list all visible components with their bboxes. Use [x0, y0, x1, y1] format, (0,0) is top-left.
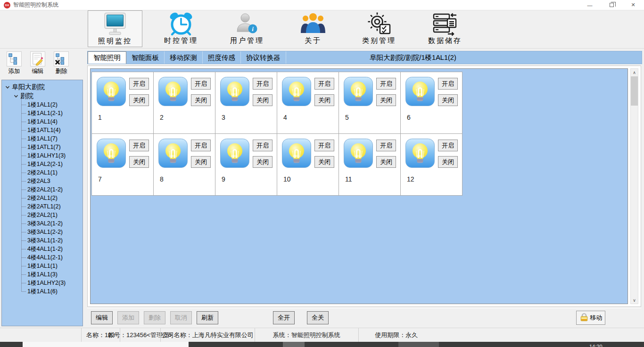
tab[interactable]: 协议转换器 [241, 51, 286, 64]
light-on-button[interactable]: 开启 [438, 78, 458, 90]
tree-add-button[interactable]: 添加 [4, 51, 25, 75]
nav-schedule-management[interactable]: 时控管理 [154, 10, 208, 47]
tree-node-theater[interactable]: 阜阳大剧院 [2, 83, 83, 91]
taskbar-app-button[interactable] [23, 342, 189, 347]
tree-delete-button[interactable]: 删除 [51, 51, 72, 75]
tree-item[interactable]: 2楼2AL3 [2, 177, 83, 185]
taskbar-segment[interactable] [283, 342, 305, 347]
light-on-button[interactable]: 开启 [253, 140, 272, 151]
tree-item[interactable]: 1楼1ALHY2(3) [2, 279, 83, 287]
light-tile: 开启 关闭 1 [92, 72, 154, 134]
tree-item[interactable]: 2楼2AL2(1-2) [2, 185, 83, 194]
close-icon[interactable]: ✕ [622, 0, 644, 10]
light-off-button[interactable]: 关闭 [376, 156, 396, 168]
statusbar-item: 系统：智能照明控制系统 [255, 328, 358, 342]
light-bulb-icon [405, 139, 435, 170]
tree-item[interactable]: 1楼1AL1(3) [2, 270, 83, 279]
tree-item[interactable]: 1楼1AL1(4) [2, 117, 83, 126]
move-lock-button[interactable]: 移动 [576, 311, 605, 325]
tree-item[interactable]: 2楼2AL1(2) [2, 194, 83, 202]
light-off-button[interactable]: 关闭 [191, 156, 211, 168]
light-number: 9 [222, 175, 225, 183]
light-on-button[interactable]: 开启 [376, 140, 396, 151]
toolbar-button[interactable]: 删除 [144, 311, 165, 324]
tree-item[interactable]: 1楼1ATL1(4) [2, 126, 83, 134]
tree-delete-label: 删除 [56, 67, 67, 75]
tree-item[interactable]: 4楼4AL1(2-1) [2, 253, 83, 262]
light-off-button[interactable]: 关闭 [438, 94, 458, 106]
content-panel: 开启 关闭 1 [87, 66, 641, 307]
light-on-button[interactable]: 开启 [129, 78, 149, 90]
tree-item[interactable]: 1楼1AL1(7) [2, 134, 83, 143]
toolbar-button[interactable]: 刷新 [197, 311, 218, 324]
light-off-button[interactable]: 关闭 [129, 156, 149, 168]
tab[interactable]: 智能面板 [126, 51, 165, 64]
window-title: 智能照明控制系统 [13, 1, 58, 9]
tree-item[interactable]: 4楼4AL1(1-2) [2, 245, 83, 253]
light-off-button[interactable]: 关闭 [314, 94, 334, 106]
user-info-icon: i [234, 12, 260, 36]
light-off-button[interactable]: 关闭 [376, 94, 396, 106]
nav-about[interactable]: 关于 [286, 10, 340, 47]
tree-item[interactable]: 1楼1ATL1(7) [2, 143, 83, 151]
light-number: 6 [407, 114, 411, 121]
app-logo-icon: DX [4, 2, 10, 8]
tab[interactable]: 照度传感 [203, 51, 241, 64]
tab[interactable]: 移动探测 [165, 51, 203, 64]
tree-item[interactable]: 3楼3AL1(2-2) [2, 228, 83, 236]
alarm-clock-icon [168, 12, 194, 36]
scrollbar-thumb[interactable] [631, 76, 638, 106]
tree-item[interactable]: 1楼1AL1(2) [2, 100, 83, 109]
vertical-scrollbar[interactable]: ∧ ∨ [630, 68, 638, 304]
tree-item[interactable]: 1楼1AL1(2-1) [2, 109, 83, 117]
light-tile: 开启 关闭 6 [401, 72, 462, 134]
all-on-button[interactable]: 全开 [273, 311, 295, 324]
restore-icon[interactable] [601, 0, 622, 10]
light-off-button[interactable]: 关闭 [129, 94, 149, 106]
tree-item[interactable]: 3楼3AL1(1-2) [2, 236, 83, 245]
nav-lighting-monitor[interactable]: 照明监控 [88, 10, 142, 47]
taskbar-segment[interactable] [398, 342, 439, 347]
light-on-button[interactable]: 开启 [191, 78, 211, 90]
tree-item[interactable]: 1楼1AL1(6) [2, 287, 83, 296]
all-off-button[interactable]: 全关 [307, 311, 329, 324]
taskbar-clock: 14:20 [589, 344, 603, 347]
main-toolbar: 照明监控 时控管理 i 用户管理 [0, 10, 644, 49]
light-off-button[interactable]: 关闭 [191, 94, 211, 106]
minimize-icon[interactable]: — [579, 0, 601, 10]
scroll-up-icon[interactable]: ∧ [631, 69, 638, 76]
tree-item[interactable]: 1楼1AL1(1) [2, 262, 83, 270]
tree-item[interactable]: 2楼2AL1(1) [2, 168, 83, 177]
light-on-button[interactable]: 开启 [438, 140, 458, 151]
tree-item[interactable]: 3楼3AL2(1-2) [2, 219, 83, 228]
statusbar-item: 使用期限：永久 [358, 328, 434, 342]
light-on-button[interactable]: 开启 [376, 78, 396, 90]
tree-node-stage[interactable]: 剧院 [2, 91, 83, 100]
tree-edit-button[interactable]: 编辑 [27, 51, 48, 75]
light-on-button[interactable]: 开启 [314, 78, 334, 90]
light-off-button[interactable]: 关闭 [253, 94, 272, 106]
light-off-button[interactable]: 关闭 [314, 156, 334, 168]
nav-data-storage[interactable]: 数据储存 [418, 10, 472, 47]
toolbar-button[interactable]: 添加 [117, 311, 139, 324]
light-off-button[interactable]: 关闭 [253, 156, 272, 168]
light-on-button[interactable]: 开启 [129, 140, 149, 151]
gear-checklist-icon [366, 12, 392, 36]
scroll-down-icon[interactable]: ∨ [631, 297, 638, 304]
tree-item[interactable]: 1楼1AL2(2-1) [2, 160, 83, 168]
tab[interactable]: 智能照明 [88, 51, 126, 64]
nav-category-management[interactable]: 类别管理 [352, 10, 406, 47]
light-tile: 开启 关闭 4 [277, 72, 339, 134]
light-on-button[interactable]: 开启 [191, 140, 211, 151]
toolbar-button[interactable]: 取消 [170, 311, 192, 324]
light-off-button[interactable]: 关闭 [438, 156, 458, 168]
light-on-button[interactable]: 开启 [314, 140, 334, 151]
nav-user-management[interactable]: i 用户管理 [220, 10, 274, 47]
tree-item[interactable]: 2楼2AL2(1) [2, 211, 83, 219]
tree-item[interactable]: 2楼2ATL1(2) [2, 202, 83, 211]
light-on-button[interactable]: 开启 [253, 78, 272, 90]
toolbar-button[interactable]: 编辑 [91, 311, 113, 324]
tab-bar: 智能照明 智能面板 移动探测 照度传感 协议转换器 阜阳大剧院/剧院/1楼1AL… [87, 51, 642, 64]
tree-item[interactable]: 1楼1ALHY1(3) [2, 151, 83, 160]
light-number: 12 [407, 175, 414, 183]
